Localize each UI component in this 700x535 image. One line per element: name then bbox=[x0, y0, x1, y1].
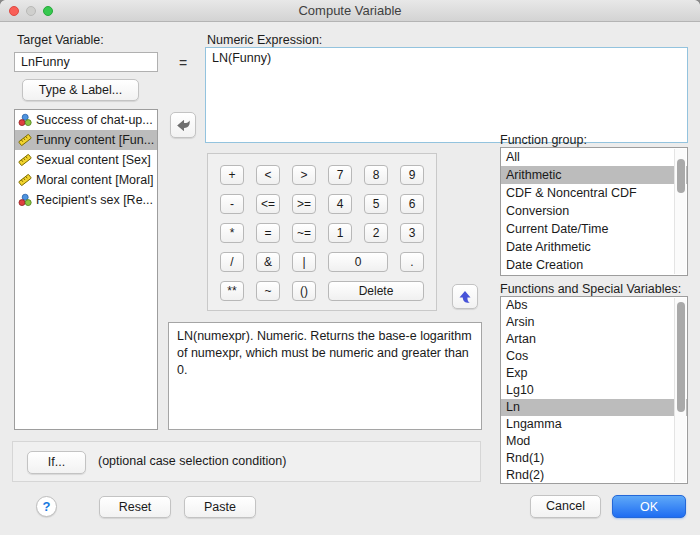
target-variable-label: Target Variable: bbox=[17, 33, 104, 47]
key--[interactable]: - bbox=[220, 194, 244, 214]
variable-list[interactable]: Success of chat-up...Funny content [Fun.… bbox=[14, 109, 158, 430]
key-9[interactable]: 9 bbox=[400, 165, 424, 185]
function-group-items: AllArithmeticCDF & Noncentral CDFConvers… bbox=[501, 148, 687, 274]
arrow-left-icon bbox=[175, 118, 192, 132]
key-Delete[interactable]: Delete bbox=[328, 281, 424, 301]
title-bar: Compute Variable bbox=[0, 0, 700, 22]
key->[interactable]: > bbox=[292, 165, 316, 185]
variable-item[interactable]: Success of chat-up... bbox=[15, 110, 157, 130]
paste-button[interactable]: Paste bbox=[184, 496, 256, 518]
list-item[interactable]: Arithmetic bbox=[501, 166, 687, 184]
variable-label: Sexual content [Sex] bbox=[36, 153, 151, 167]
list-item[interactable]: Rnd(2) bbox=[501, 467, 687, 484]
nominal-icon bbox=[18, 193, 33, 207]
key-4[interactable]: 4 bbox=[328, 194, 352, 214]
key-6[interactable]: 6 bbox=[400, 194, 424, 214]
list-item[interactable]: Date Creation bbox=[501, 256, 687, 274]
list-item[interactable]: CDF & Noncentral CDF bbox=[501, 184, 687, 202]
scale-icon bbox=[18, 173, 33, 187]
key-**[interactable]: ** bbox=[220, 281, 244, 301]
numeric-expression-label: Numeric Expression: bbox=[207, 33, 322, 47]
key-0[interactable]: 0 bbox=[328, 252, 388, 272]
variable-label: Funny content [Fun... bbox=[36, 133, 154, 147]
key-|[interactable]: | bbox=[292, 252, 316, 272]
list-item[interactable]: Abs bbox=[501, 297, 687, 314]
scrollbar-thumb[interactable] bbox=[677, 159, 685, 193]
key-=[interactable]: = bbox=[256, 223, 280, 243]
transfer-variable-button[interactable] bbox=[170, 112, 196, 138]
variable-item[interactable]: Funny content [Fun... bbox=[15, 130, 157, 150]
list-item[interactable]: Lg10 bbox=[501, 382, 687, 399]
key-&[interactable]: & bbox=[256, 252, 280, 272]
variable-label: Moral content [Moral] bbox=[36, 173, 153, 187]
list-item[interactable]: Lngamma bbox=[501, 416, 687, 433]
key-8[interactable]: 8 bbox=[364, 165, 388, 185]
type-label-button[interactable]: Type & Label... bbox=[22, 79, 139, 101]
key-()[interactable]: () bbox=[292, 281, 316, 301]
scale-icon bbox=[18, 133, 33, 147]
if-button[interactable]: If... bbox=[27, 451, 86, 474]
variable-item[interactable]: Recipient's sex [Re... bbox=[15, 190, 157, 210]
function-group-list[interactable]: AllArithmeticCDF & Noncentral CDFConvers… bbox=[500, 147, 688, 276]
functions-items: AbsArsinArtanCosExpLg10LnLngammaModRnd(1… bbox=[501, 297, 687, 484]
list-item[interactable]: Current Date/Time bbox=[501, 220, 687, 238]
key-/[interactable]: / bbox=[220, 252, 244, 272]
variable-label: Recipient's sex [Re... bbox=[36, 193, 153, 207]
compute-variable-dialog: Compute Variable Target Variable: LnFunn… bbox=[0, 0, 700, 535]
list-item[interactable]: Exp bbox=[501, 365, 687, 382]
key-*[interactable]: * bbox=[220, 223, 244, 243]
list-item[interactable]: Ln bbox=[501, 399, 687, 416]
key-5[interactable]: 5 bbox=[364, 194, 388, 214]
list-item[interactable]: Rnd(1) bbox=[501, 450, 687, 467]
list-item[interactable]: Artan bbox=[501, 331, 687, 348]
numeric-expression-input[interactable]: LN(Funny) bbox=[205, 47, 688, 143]
list-item[interactable]: Mod bbox=[501, 433, 687, 450]
key-~[interactable]: ~ bbox=[256, 281, 280, 301]
list-item[interactable]: Conversion bbox=[501, 202, 687, 220]
cancel-button[interactable]: Cancel bbox=[530, 495, 601, 518]
variable-label: Success of chat-up... bbox=[36, 113, 153, 127]
list-item[interactable]: All bbox=[501, 148, 687, 166]
list-item[interactable]: Arsin bbox=[501, 314, 687, 331]
scale-icon bbox=[18, 153, 33, 167]
function-group-label: Function group: bbox=[500, 133, 587, 147]
list-item[interactable]: Date Arithmetic bbox=[501, 238, 687, 256]
key-2[interactable]: 2 bbox=[364, 223, 388, 243]
key-+[interactable]: + bbox=[220, 165, 244, 185]
function-description: LN(numexpr). Numeric. Returns the base-e… bbox=[168, 322, 482, 430]
functions-label: Functions and Special Variables: bbox=[500, 282, 681, 296]
reset-button[interactable]: Reset bbox=[99, 496, 171, 518]
arrow-up-icon bbox=[457, 289, 473, 303]
scrollbar[interactable] bbox=[674, 298, 686, 482]
if-caption: (optional case selection condition) bbox=[98, 454, 286, 468]
functions-list[interactable]: AbsArsinArtanCosExpLg10LnLngammaModRnd(1… bbox=[500, 296, 688, 484]
key-3[interactable]: 3 bbox=[400, 223, 424, 243]
key->=[interactable]: >= bbox=[292, 194, 316, 214]
if-section: If... (optional case selection condition… bbox=[12, 441, 481, 482]
key-~=[interactable]: ~= bbox=[292, 223, 316, 243]
key-<=[interactable]: <= bbox=[256, 194, 280, 214]
scrollbar-thumb[interactable] bbox=[677, 302, 685, 412]
variable-item[interactable]: Sexual content [Sex] bbox=[15, 150, 157, 170]
window-title: Compute Variable bbox=[0, 3, 700, 18]
key-7[interactable]: 7 bbox=[328, 165, 352, 185]
ok-button[interactable]: OK bbox=[612, 495, 686, 518]
insert-function-button[interactable] bbox=[452, 284, 478, 309]
key-.[interactable]: . bbox=[400, 252, 424, 272]
nominal-icon bbox=[18, 113, 33, 127]
equals-sign: = bbox=[179, 55, 187, 71]
keypad: +<>789-<=>=456*=~=123/&|0.**~()Delete bbox=[207, 153, 437, 311]
key-<[interactable]: < bbox=[256, 165, 280, 185]
variable-item[interactable]: Moral content [Moral] bbox=[15, 170, 157, 190]
help-button[interactable]: ? bbox=[36, 496, 57, 517]
scrollbar[interactable] bbox=[674, 149, 686, 274]
list-item[interactable]: Cos bbox=[501, 348, 687, 365]
key-1[interactable]: 1 bbox=[328, 223, 352, 243]
target-variable-input[interactable]: LnFunny bbox=[14, 52, 158, 72]
